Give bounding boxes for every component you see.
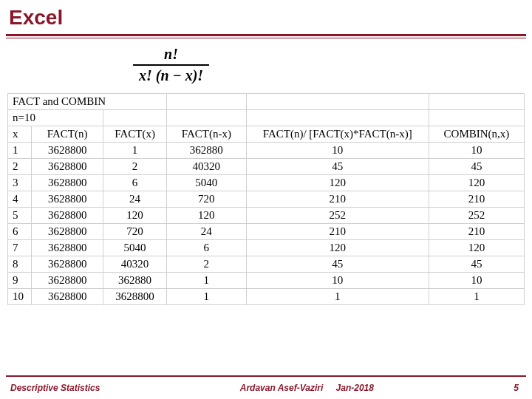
slide-title: Excel	[0, 0, 532, 34]
cell-x: 3	[8, 175, 32, 191]
header-combin: COMBIN(n,x)	[429, 126, 524, 143]
cell-combin: 10	[429, 143, 524, 159]
table-row: 9362880036288011010	[8, 273, 525, 289]
table-section-row: FACT and COMBIN	[8, 94, 525, 110]
cell-combin: 10	[429, 273, 524, 289]
cell-factx: 1	[103, 143, 167, 159]
cell-factnx: 24	[167, 224, 247, 240]
cell-factnx: 6	[167, 240, 247, 256]
cell-factn: 3628800	[32, 159, 103, 175]
cell-combin: 210	[429, 224, 524, 240]
cell-combin: 252	[429, 208, 524, 224]
footer-page: 5	[514, 383, 532, 393]
footer-left: Descriptive Statistics	[0, 383, 100, 393]
table-row: 6362880072024210210	[8, 224, 525, 240]
cell-factx: 720	[103, 224, 167, 240]
footer-date: Jan-2018	[336, 383, 374, 393]
cell-div: 10	[246, 143, 429, 159]
cell-div: 45	[246, 159, 429, 175]
cell-factx: 5040	[103, 240, 167, 256]
cell-factx: 6	[103, 175, 167, 191]
cell-factn: 3628800	[32, 143, 103, 159]
table-row: 236288002403204545	[8, 159, 525, 175]
cell-x: 1	[8, 143, 32, 159]
data-table-container: FACT and COMBIN n=10 x FACT(n) FACT(x) F…	[0, 93, 532, 305]
cell-factn: 3628800	[32, 224, 103, 240]
cell-x: 6	[8, 224, 32, 240]
cell-div: 210	[246, 224, 429, 240]
formula-denominator: x! (n − x)!	[133, 64, 209, 84]
table-row: 7362880050406120120	[8, 240, 525, 256]
cell-div: 210	[246, 191, 429, 208]
header-factnx: FACT(n-x)	[167, 126, 247, 143]
table-row: 53628800120120252252	[8, 208, 525, 224]
cell-combin: 1	[429, 289, 524, 305]
cell-x: 4	[8, 191, 32, 208]
header-div: FACT(n)/ [FACT(x)*FACT(n-x)]	[246, 126, 429, 143]
cell-factn: 3628800	[32, 191, 103, 208]
cell-combin: 210	[429, 191, 524, 208]
section-label: FACT and COMBIN	[8, 94, 167, 110]
table-row: 836288004032024545	[8, 256, 525, 273]
cell-combin: 120	[429, 240, 524, 256]
cell-div: 45	[246, 256, 429, 273]
footer-center: Ardavan Asef-Vaziri Jan-2018	[100, 383, 514, 393]
cell-factn: 3628800	[32, 240, 103, 256]
cell-div: 10	[246, 273, 429, 289]
cell-x: 8	[8, 256, 32, 273]
table-header-row: x FACT(n) FACT(x) FACT(n-x) FACT(n)/ [FA…	[8, 126, 525, 143]
cell-div: 252	[246, 208, 429, 224]
header-factx: FACT(x)	[103, 126, 167, 143]
cell-factx: 24	[103, 191, 167, 208]
cell-factnx: 5040	[167, 175, 247, 191]
cell-factx: 40320	[103, 256, 167, 273]
cell-factnx: 120	[167, 208, 247, 224]
cell-factx: 3628800	[103, 289, 167, 305]
cell-x: 7	[8, 240, 32, 256]
cell-factnx: 1	[167, 273, 247, 289]
title-rule-thick	[6, 34, 526, 36]
table-row: 3362880065040120120	[8, 175, 525, 191]
table-row: 1036288003628800111	[8, 289, 525, 305]
cell-combin: 45	[429, 159, 524, 175]
cell-factnx: 362880	[167, 143, 247, 159]
cell-div: 120	[246, 175, 429, 191]
header-x: x	[8, 126, 32, 143]
title-rule-thin	[6, 38, 526, 38]
cell-factnx: 720	[167, 191, 247, 208]
table-row: 4362880024720210210	[8, 191, 525, 208]
formula-numerator: n!	[133, 46, 209, 64]
cell-div: 120	[246, 240, 429, 256]
cell-factn: 3628800	[32, 175, 103, 191]
cell-x: 2	[8, 159, 32, 175]
cell-factx: 120	[103, 208, 167, 224]
footer-author: Ardavan Asef-Vaziri	[240, 383, 323, 393]
table-n-row: n=10	[8, 110, 525, 126]
formula: n! x! (n − x)!	[0, 46, 532, 84]
table-row: 1362880013628801010	[8, 143, 525, 159]
data-table: FACT and COMBIN n=10 x FACT(n) FACT(x) F…	[7, 93, 525, 305]
cell-div: 1	[246, 289, 429, 305]
n-label: n=10	[8, 110, 103, 126]
cell-factnx: 40320	[167, 159, 247, 175]
header-factn: FACT(n)	[32, 126, 103, 143]
cell-factx: 362880	[103, 273, 167, 289]
cell-factn: 3628800	[32, 289, 103, 305]
footer: Descriptive Statistics Ardavan Asef-Vazi…	[0, 377, 532, 399]
cell-factn: 3628800	[32, 273, 103, 289]
cell-factnx: 1	[167, 289, 247, 305]
cell-x: 10	[8, 289, 32, 305]
cell-combin: 45	[429, 256, 524, 273]
cell-factn: 3628800	[32, 208, 103, 224]
cell-x: 5	[8, 208, 32, 224]
cell-factnx: 2	[167, 256, 247, 273]
cell-factn: 3628800	[32, 256, 103, 273]
cell-combin: 120	[429, 175, 524, 191]
cell-factx: 2	[103, 159, 167, 175]
cell-x: 9	[8, 273, 32, 289]
